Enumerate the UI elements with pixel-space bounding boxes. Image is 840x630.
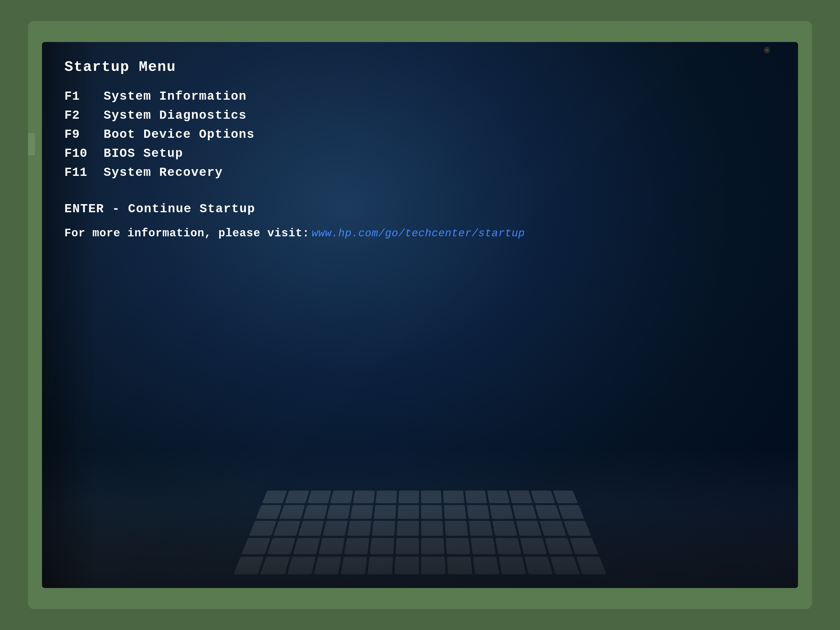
keyboard-key bbox=[398, 505, 419, 519]
keyboard-key bbox=[421, 521, 444, 536]
keyboard-key bbox=[524, 557, 553, 574]
keyboard-key bbox=[421, 538, 444, 554]
keyboard-key bbox=[262, 491, 287, 503]
enter-continue-line[interactable]: ENTER - Continue Startup bbox=[65, 202, 775, 216]
keyboard-key bbox=[234, 557, 264, 574]
screen-bezel: Startup Menu F1 System Information F2 Sy… bbox=[42, 42, 798, 588]
screen-bottom-shadow bbox=[42, 504, 798, 588]
keyboard-key bbox=[298, 521, 324, 536]
keyboard-key bbox=[471, 538, 496, 554]
keyboard-key bbox=[372, 521, 395, 536]
label-system-recovery: System Recovery bbox=[104, 166, 223, 180]
info-url-link[interactable]: www.hp.com/go/techcenter/startup bbox=[312, 227, 525, 239]
keyboard-key bbox=[293, 538, 320, 554]
keyboard-key bbox=[516, 521, 542, 536]
keyboard-key bbox=[267, 538, 295, 554]
keyboard-key bbox=[489, 505, 513, 519]
key-f11: F11 bbox=[65, 166, 104, 180]
keyboard-key bbox=[487, 491, 510, 503]
menu-item-f1[interactable]: F1 System Information bbox=[65, 89, 775, 103]
menu-item-f10[interactable]: F10 BIOS Setup bbox=[65, 147, 775, 160]
keyboard-key bbox=[421, 557, 445, 574]
keyboard-key bbox=[535, 505, 561, 519]
keyboard-key bbox=[308, 491, 331, 503]
key-f9: F9 bbox=[65, 127, 104, 141]
keyboard-key bbox=[499, 557, 526, 574]
keyboard-key bbox=[576, 557, 606, 574]
keyboard-key bbox=[353, 491, 375, 503]
keyboard-key bbox=[319, 538, 345, 554]
key-f10: F10 bbox=[65, 147, 104, 160]
keyboard-key bbox=[314, 557, 341, 574]
divider bbox=[65, 193, 775, 202]
keyboard-key bbox=[374, 505, 396, 519]
keyboard-key bbox=[564, 521, 591, 536]
key-f2: F2 bbox=[65, 108, 104, 122]
side-panel bbox=[28, 133, 35, 155]
keyboard-key bbox=[242, 538, 270, 554]
label-bios-setup: BIOS Setup bbox=[104, 147, 183, 160]
keyboard-key bbox=[465, 491, 487, 503]
keyboard-key bbox=[279, 505, 305, 519]
menu-item-f2[interactable]: F2 System Diagnostics bbox=[65, 108, 775, 122]
keyboard-key bbox=[285, 491, 309, 503]
menu-item-f9[interactable]: F9 Boot Device Options bbox=[65, 127, 775, 141]
keyboard-key bbox=[330, 491, 353, 503]
menu-content: Startup Menu F1 System Information F2 Sy… bbox=[65, 59, 775, 240]
keyboard-key bbox=[512, 505, 537, 519]
keyboard-key bbox=[395, 557, 419, 574]
keyboard-key bbox=[368, 557, 393, 574]
keyboard-key bbox=[444, 505, 466, 519]
keyboard-key bbox=[540, 521, 567, 536]
keyboard-key bbox=[509, 491, 532, 503]
label-boot-device-options: Boot Device Options bbox=[104, 127, 255, 141]
keyboard-key bbox=[249, 521, 276, 536]
keyboard-key bbox=[492, 521, 517, 536]
keyboard-key bbox=[570, 538, 598, 554]
keyboard-key bbox=[370, 538, 394, 554]
keyboard-key bbox=[347, 521, 371, 536]
keyboard-key bbox=[443, 491, 464, 503]
label-system-information: System Information bbox=[104, 89, 247, 103]
menu-item-f11[interactable]: F11 System Recovery bbox=[65, 166, 775, 180]
keyboard-key bbox=[495, 538, 521, 554]
keyboard-key bbox=[376, 491, 397, 503]
keyboard-key bbox=[344, 538, 369, 554]
camera-icon bbox=[764, 47, 770, 53]
keyboard-key bbox=[545, 538, 573, 554]
keyboard-key bbox=[467, 505, 490, 519]
keyboard-key bbox=[531, 491, 555, 503]
key-f1: F1 bbox=[65, 89, 104, 103]
keyboard-key bbox=[558, 505, 584, 519]
keyboard-key bbox=[553, 491, 578, 503]
keyboard-key bbox=[273, 521, 300, 536]
keyboard-key bbox=[261, 557, 290, 574]
keyboard-key bbox=[445, 521, 468, 536]
menu-items-list: F1 System Information F2 System Diagnost… bbox=[65, 89, 775, 180]
keyboard-keys-reflection bbox=[234, 491, 606, 574]
keyboard-key bbox=[287, 557, 316, 574]
keyboard-key bbox=[469, 521, 493, 536]
startup-menu-title: Startup Menu bbox=[65, 59, 775, 75]
keyboard-key bbox=[323, 521, 348, 536]
keyboard-key bbox=[303, 505, 328, 519]
keyboard-key bbox=[447, 557, 472, 574]
info-prefix-text: For more information, please visit: bbox=[65, 227, 309, 240]
keyboard-key bbox=[473, 557, 499, 574]
keyboard-key bbox=[421, 505, 443, 519]
keyboard-reflection bbox=[42, 448, 798, 588]
laptop-frame: Startup Menu F1 System Information F2 Sy… bbox=[28, 21, 812, 609]
keyboard-key bbox=[327, 505, 351, 519]
keyboard-key bbox=[341, 557, 367, 574]
keyboard-key bbox=[396, 538, 419, 554]
keyboard-key bbox=[520, 538, 547, 554]
keyboard-key bbox=[350, 505, 373, 519]
keyboard-key bbox=[398, 491, 419, 503]
bios-screen: Startup Menu F1 System Information F2 Sy… bbox=[42, 42, 798, 588]
keyboard-key bbox=[446, 538, 470, 554]
keyboard-key bbox=[550, 557, 579, 574]
keyboard-key bbox=[396, 521, 419, 536]
info-line: For more information, please visit: www.… bbox=[65, 227, 775, 240]
keyboard-key bbox=[421, 491, 442, 503]
keyboard-key bbox=[256, 505, 282, 519]
